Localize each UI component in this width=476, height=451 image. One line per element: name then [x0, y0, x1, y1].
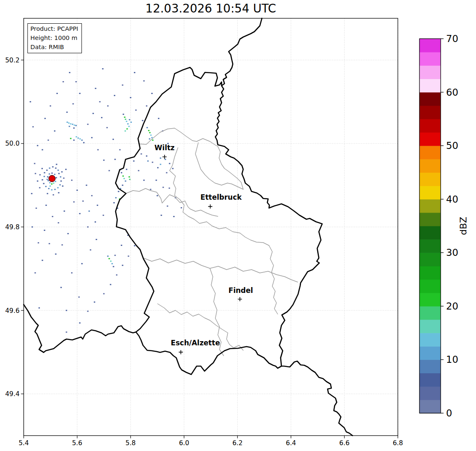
- colorbar-segment: [419, 132, 441, 146]
- colorbar-segment: [419, 293, 441, 307]
- radar-echo-pixel: [110, 260, 111, 262]
- radar-echo-pixel: [167, 206, 168, 207]
- map-plot: WiltzEttelbruckFindelEsch/Alzette 5.45.6…: [0, 0, 476, 451]
- radar-echo-pixel: [38, 242, 39, 243]
- radar-echo-pixel: [45, 205, 47, 206]
- colorbar-segment: [419, 226, 441, 240]
- radar-echo-pixel: [115, 197, 116, 198]
- radar-echo-pixel: [49, 186, 51, 187]
- radar-echo-pixel: [42, 149, 43, 151]
- radar-echo-pixel: [110, 284, 111, 285]
- radar-echo-pixel: [107, 105, 109, 107]
- radar-echo-pixel: [149, 132, 150, 133]
- radar-echo-pixel: [34, 163, 35, 164]
- radar-echo-pixel: [35, 272, 36, 273]
- canton-boundary: [269, 245, 278, 314]
- radar-echo-pixel: [54, 189, 56, 190]
- radar-echo-pixel: [66, 332, 67, 333]
- radar-echo-pixel: [133, 161, 134, 162]
- belgium-germany-border: [222, 18, 262, 86]
- radar-echo-pixel: [44, 172, 45, 173]
- radar-echo-pixel: [51, 189, 52, 191]
- radar-echo-pixel: [49, 168, 50, 169]
- radar-echo-pixel: [47, 139, 49, 141]
- info-product: Product: PCAPPI: [30, 25, 78, 34]
- info-data: Data: RMIB: [30, 43, 78, 52]
- colorbar-segment: [419, 239, 441, 253]
- radar-echo-pixel: [79, 322, 80, 324]
- radar-echo-pixel: [138, 170, 139, 171]
- colorbar-segment: [419, 186, 441, 200]
- radar-echo-pixel: [58, 173, 59, 174]
- radar-echo-pixel: [122, 84, 123, 86]
- city-markers: WiltzEttelbruckFindelEsch/Alzette: [155, 144, 253, 354]
- radar-echo-pixel: [157, 195, 158, 196]
- radar-echo-pixel: [62, 244, 63, 245]
- belgium-france-border: [24, 305, 136, 352]
- radar-echo-pixel: [157, 167, 158, 169]
- radar-echo-pixel: [148, 130, 149, 131]
- colorbar-segment: [419, 199, 441, 213]
- radar-echo-pixel: [160, 158, 161, 159]
- radar-echo-pixel: [129, 119, 130, 120]
- radar-echo-pixel: [163, 187, 164, 188]
- radar-echo-pixel: [149, 138, 150, 139]
- y-tick-label: 49.4: [5, 390, 20, 398]
- radar-echo-pixel: [125, 130, 126, 131]
- radar-echo-pixel: [124, 116, 125, 118]
- radar-echo-pixel: [172, 168, 173, 169]
- radar-echo-pixel: [48, 188, 49, 189]
- radar-echo-pixel: [64, 211, 65, 212]
- radar-echo-pixel: [73, 139, 74, 141]
- radar-echo-pixel: [102, 68, 104, 69]
- colorbar-tick-label: 50: [446, 140, 458, 151]
- radar-echo-pixel: [58, 192, 59, 193]
- x-tick-label: 6.2: [232, 439, 243, 447]
- radar-echo-pixel: [47, 193, 48, 194]
- radar-echo-pixel: [37, 145, 38, 146]
- radar-echo-pixel: [83, 142, 84, 143]
- radar-echo-pixel: [81, 263, 82, 264]
- radar-echo-pixel: [113, 202, 115, 203]
- radar-echo-pixel: [56, 177, 57, 178]
- radar-echo-pixel: [94, 302, 95, 303]
- radar-echo-pixel: [42, 168, 43, 169]
- colorbar-tick-label: 30: [446, 247, 458, 258]
- radar-echo-pixel: [65, 169, 67, 170]
- radar-echo-pixel: [130, 97, 131, 98]
- radar-echo-pixel: [125, 181, 126, 182]
- radar-echo-pixel: [169, 163, 170, 164]
- radar-echo-pixel: [44, 118, 46, 119]
- radar-echo-pixel: [121, 172, 122, 173]
- x-tick-label: 5.4: [19, 439, 29, 447]
- city-label: Ettelbruck: [200, 193, 242, 201]
- radar-echo-pixel: [107, 255, 109, 257]
- radar-echo-pixel: [109, 258, 110, 259]
- radar-echo-pixel: [101, 117, 102, 118]
- colorbar-segment: [419, 39, 441, 52]
- radar-echo-pixel: [87, 311, 89, 312]
- axis-ticks: 5.45.65.86.06.26.46.66.849.449.649.850.0…: [5, 57, 403, 447]
- radar-echo-pixel: [160, 164, 161, 165]
- radar-echo-pixel: [87, 226, 89, 228]
- radar-echo-pixel: [121, 245, 122, 246]
- radar-echo-pixel: [31, 193, 32, 194]
- radar-echo-pixel: [62, 81, 64, 82]
- colorbar-segment: [419, 333, 441, 347]
- radar-echo-pixel: [49, 182, 50, 183]
- radar-echo-pixel: [36, 208, 37, 209]
- radar-echo-pixel: [55, 181, 56, 182]
- radar-echo-pixel: [75, 81, 76, 82]
- radar-echo-pixel: [155, 180, 157, 181]
- radar-echo-pixel: [39, 174, 41, 176]
- canton-boundary: [126, 188, 218, 216]
- colorbar-segment: [419, 266, 441, 280]
- radar-echo-pixel: [131, 121, 132, 123]
- radar-echo-pixel: [57, 170, 59, 171]
- radar-echo-pixel: [39, 187, 40, 188]
- radar-echo-pixel: [49, 173, 50, 175]
- colorbar: 010203040506070dBZ: [419, 33, 469, 419]
- colorbar-segment: [419, 373, 441, 387]
- radar-echo-pixel: [150, 189, 151, 190]
- radar-echo-pixel: [96, 239, 97, 240]
